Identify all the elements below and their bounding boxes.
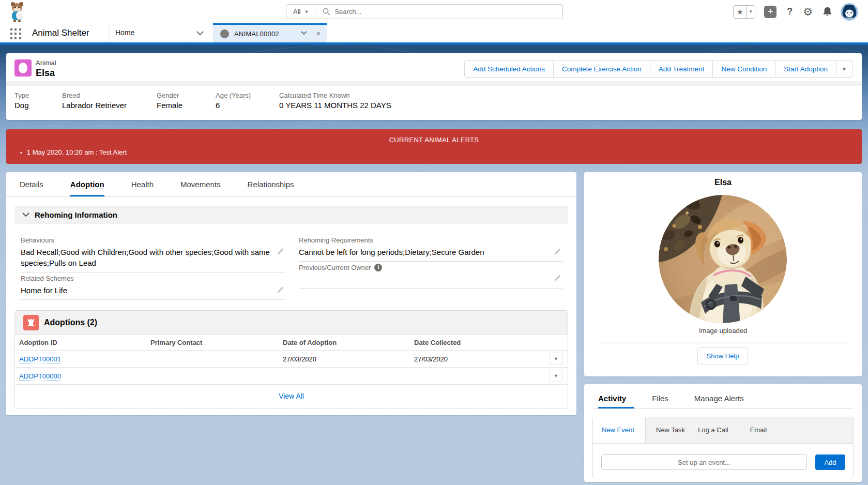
global-search[interactable]: All ▼ bbox=[286, 4, 563, 19]
adoptions-list-icon bbox=[23, 315, 39, 330]
rehoming-section-header[interactable]: Rehoming Information bbox=[14, 206, 568, 224]
record-tabs: Details Adoption Health Movements Relati… bbox=[6, 172, 576, 197]
adoption-row: ADOPT00001 27/03/2020 27/03/2020 ▼ bbox=[15, 351, 568, 368]
app-name: Animal Shelter bbox=[32, 23, 89, 42]
record-detail-card: Details Adoption Health Movements Relati… bbox=[6, 172, 576, 415]
field-previous-owner: Previous/Current Owneri bbox=[299, 262, 562, 289]
complete-exercise-action-button[interactable]: Complete Exercise Action bbox=[554, 60, 650, 78]
edit-icon[interactable] bbox=[553, 248, 561, 256]
adoption-link[interactable]: ADOPT00001 bbox=[19, 355, 61, 363]
show-help-button[interactable]: Show Help bbox=[697, 347, 748, 365]
field-time-known: Calculated Time Known 0 YEARS 11 MONTHS … bbox=[279, 92, 391, 110]
tab-new-event[interactable]: New Event bbox=[593, 417, 646, 443]
search-scope-selector[interactable]: All ▼ bbox=[286, 5, 315, 19]
search-scope-value: All bbox=[293, 8, 300, 16]
add-scheduled-actions-button[interactable]: Add Scheduled Actions bbox=[464, 60, 554, 78]
profile-name: Elsa bbox=[584, 178, 862, 187]
section-collapse-chevron-icon bbox=[22, 213, 29, 217]
tab-log-a-call[interactable]: Log a Call bbox=[698, 417, 728, 443]
user-avatar[interactable] bbox=[841, 3, 858, 21]
new-condition-button[interactable]: New Condition bbox=[713, 60, 775, 78]
edit-icon[interactable] bbox=[276, 248, 284, 256]
adoptions-table-header: Adoption ID Primary Contact Date of Adop… bbox=[15, 335, 568, 351]
view-all-link[interactable]: View All bbox=[15, 385, 568, 408]
edit-icon[interactable] bbox=[276, 286, 284, 294]
favorite-star-icon[interactable]: ★ bbox=[734, 6, 747, 18]
row-actions-button[interactable]: ▼ bbox=[550, 353, 562, 365]
app-navigation-bar: Animal Shelter Home ANIMAL00002 × bbox=[0, 23, 868, 44]
adoption-row: ADOPT00000 ▼ bbox=[15, 368, 568, 385]
card-divider bbox=[595, 343, 851, 343]
adoption-link[interactable]: ADOPT00000 bbox=[19, 372, 61, 381]
record-name: Elsa bbox=[36, 68, 55, 79]
animal-alerts-banner: CURRENT ANIMAL ALERTS •1 May 2020, 10:20… bbox=[6, 129, 862, 164]
field-rehoming-requirements: Rehoming Requirements Cannot be left for… bbox=[299, 234, 562, 262]
tabs-divider bbox=[592, 408, 854, 409]
field-related-schemes: Related Schemes Home for Life bbox=[21, 272, 285, 300]
tab-files[interactable]: Files bbox=[652, 387, 668, 411]
activity-publisher: New Event New Task Log a Call Email Add bbox=[592, 417, 854, 478]
setup-gear-icon[interactable]: ⚙ bbox=[803, 6, 813, 18]
edit-icon[interactable] bbox=[553, 274, 561, 282]
field-breed: Breed Labrador Retriever bbox=[62, 92, 127, 110]
alert-item: •1 May 2020, 10:20 am : Test Alert bbox=[20, 148, 127, 156]
publisher-tabs: New Event New Task Log a Call Email bbox=[593, 417, 853, 444]
adoptions-title[interactable]: Adoptions (2) bbox=[44, 311, 97, 335]
nav-divider bbox=[110, 24, 110, 42]
tab-details[interactable]: Details bbox=[20, 172, 43, 196]
add-treatment-button[interactable]: Add Treatment bbox=[650, 60, 713, 78]
nav-tab-home[interactable]: Home bbox=[115, 23, 134, 42]
bullet: • bbox=[20, 149, 22, 156]
photo-caption: Image uploaded bbox=[584, 327, 862, 335]
record-header-card: Animal Elsa Add Scheduled Actions Comple… bbox=[6, 53, 862, 120]
adoptions-related-list: Adoptions (2) Adoption ID Primary Contac… bbox=[14, 310, 568, 408]
record-actions: Add Scheduled Actions Complete Exercise … bbox=[464, 60, 852, 78]
actions-overflow-button[interactable]: ▼ bbox=[836, 60, 852, 78]
info-icon[interactable]: i bbox=[374, 264, 382, 271]
field-gender: Gender Female bbox=[157, 92, 182, 110]
tab-new-task[interactable]: New Task bbox=[656, 417, 685, 443]
nav-tab-record[interactable]: ANIMAL00002 × bbox=[213, 23, 327, 42]
nav-divider bbox=[190, 24, 190, 42]
search-icon bbox=[323, 8, 330, 16]
search-input[interactable] bbox=[334, 8, 562, 16]
event-subject-input[interactable] bbox=[601, 454, 807, 470]
global-header: All ▼ ★ ▼ + ? ⚙ bbox=[0, 0, 868, 23]
row-actions-button[interactable]: ▼ bbox=[550, 370, 562, 382]
start-adoption-button[interactable]: Start Adoption bbox=[775, 60, 836, 78]
tab-adoption[interactable]: Adoption bbox=[70, 172, 104, 196]
animal-record-icon bbox=[14, 59, 32, 77]
animal-image-card: Elsa bbox=[584, 172, 862, 376]
app-launcher-icon[interactable] bbox=[10, 28, 22, 40]
chevron-down-icon: ▼ bbox=[304, 9, 309, 14]
favorites-dropdown[interactable]: ▼ bbox=[747, 6, 755, 18]
record-tab-icon bbox=[220, 29, 229, 38]
global-actions-button[interactable]: + bbox=[764, 6, 776, 18]
field-behaviours: Behaviours Bad Recall;Good with Children… bbox=[21, 234, 285, 272]
tab-manage-alerts[interactable]: Manage Alerts bbox=[694, 387, 744, 411]
tab-health[interactable]: Health bbox=[131, 172, 154, 196]
activity-card: Activity Files Manage Alerts New Event N… bbox=[584, 384, 862, 482]
favorites-button-group[interactable]: ★ ▼ bbox=[733, 5, 755, 19]
salesforce-mascot-logo bbox=[7, 1, 28, 23]
nav-overflow-chevron-icon[interactable] bbox=[196, 31, 204, 36]
notifications-bell-icon[interactable] bbox=[823, 6, 832, 17]
field-age: Age (Years) 6 bbox=[216, 92, 251, 110]
tab-email[interactable]: Email bbox=[750, 417, 767, 443]
dog-photo bbox=[659, 195, 787, 323]
alert-title: CURRENT ANIMAL ALERTS bbox=[6, 136, 862, 144]
active-tab-underline bbox=[598, 407, 634, 408]
field-type: Type Dog bbox=[14, 92, 29, 110]
adoptions-header: Adoptions (2) bbox=[15, 311, 568, 335]
help-icon[interactable]: ? bbox=[787, 6, 793, 17]
header-divider bbox=[6, 81, 862, 86]
entity-label: Animal bbox=[36, 59, 56, 67]
tab-close-icon[interactable]: × bbox=[316, 29, 321, 38]
tab-movements[interactable]: Movements bbox=[180, 172, 221, 196]
tab-relationships[interactable]: Relationships bbox=[248, 172, 294, 196]
add-event-button[interactable]: Add bbox=[815, 454, 845, 470]
tab-dropdown-chevron-icon[interactable] bbox=[301, 31, 307, 35]
